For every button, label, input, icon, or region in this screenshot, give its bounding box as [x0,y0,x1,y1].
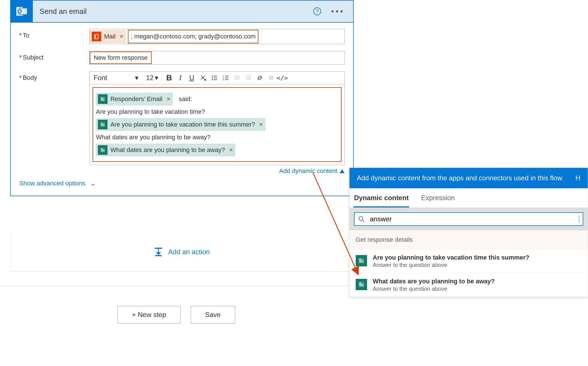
more-menu-icon[interactable]: ••• [331,7,345,16]
number-list-icon[interactable]: 123 [221,73,231,83]
tab-expression[interactable]: Expression [420,188,455,207]
forms-icon [98,120,108,129]
token-q2-remove[interactable]: ✕ [229,147,233,153]
token-q1-remove[interactable]: ✕ [259,121,263,128]
body-editor[interactable]: Responders' Email ✕ said: Are you planni… [89,84,345,165]
body-text-said: said: [179,95,192,103]
svg-point-9 [212,79,213,80]
italic-icon[interactable]: I [175,73,186,83]
dynamic-content-header: Add dynamic content from the apps and co… [349,168,588,188]
svg-rect-17 [235,76,240,76]
triangle-up-icon [340,169,345,173]
svg-rect-29 [101,123,103,124]
token-q1-label: Are you planning to take vacation time t… [110,121,255,128]
svg-rect-8 [214,78,217,78]
token-responders-remove[interactable]: ✕ [166,96,171,102]
send-email-card: Send an email ? ••• *To Mail ✕ [10,0,354,196]
svg-rect-34 [101,150,105,150]
underline-icon[interactable]: U [187,73,197,83]
token-q2-label: What dates are you planning to be away? [110,146,225,154]
token-q1[interactable]: Are you planning to take vacation time t… [96,118,265,131]
bottom-button-bar: + New step Save [0,286,353,324]
outlook-icon [11,0,33,22]
svg-rect-38 [155,255,162,256]
to-text: ; megan@contoso.com; grady@contoso.com [131,33,256,40]
forms-icon [98,145,108,155]
dynamic-content-header-text: Add dynamic content from the apps and co… [357,174,564,183]
svg-rect-18 [237,77,240,78]
dynamic-search[interactable] [354,212,583,226]
dynamic-item-subtitle: Answer to the question above [373,262,529,268]
body-text-line2: What dates are you planning to be away? [96,134,338,141]
size-dropdown[interactable]: 12▾ [145,73,159,82]
svg-rect-36 [155,248,162,249]
svg-point-7 [212,77,213,78]
add-action-icon [154,247,163,257]
card-body: *To Mail ✕ ; megan@contoso.com; grady@co… [11,23,353,196]
card-header: Send an email ? ••• [11,1,353,23]
card-title: Send an email [40,7,313,16]
add-action-label: Add an action [168,248,210,256]
code-view-icon[interactable]: </> [277,73,287,83]
body-label: *Body [19,71,89,175]
tab-dynamic-content[interactable]: Dynamic content [353,188,409,207]
bullet-list-icon[interactable] [209,73,220,83]
richtext-toolbar: Font▾ 12▾ B I U [89,71,345,84]
indent-icon[interactable] [243,73,254,83]
field-to: *To Mail ✕ ; megan@contoso.com; grady@co… [19,29,345,44]
dynamic-item[interactable]: What dates are you planning to be away? … [349,273,588,297]
svg-rect-35 [101,151,105,151]
svg-rect-16 [225,80,228,80]
body-text-line1: Are you planning to take vacation time? [96,108,338,115]
text-cursor [579,215,579,223]
font-dropdown[interactable]: Font▾ [92,73,140,82]
svg-point-5 [212,76,213,77]
show-advanced-options-link[interactable]: Show advanced options ⌄ [19,177,95,187]
add-action-button[interactable]: Add an action [11,232,353,272]
dynamic-item-subtitle: Answer to the question above [373,286,495,292]
svg-line-40 [362,220,364,222]
svg-rect-10 [214,80,217,80]
link-icon[interactable] [255,73,265,83]
dynamic-section-header: Get response details [349,230,588,249]
token-responders-label: Responders' Email [110,95,162,103]
svg-point-4 [204,79,206,81]
add-dynamic-content-link[interactable]: Add dynamic content [279,167,345,174]
dynamic-item-title: What dates are you planning to be away? [373,278,495,285]
subject-label: *Subject [19,51,89,65]
bold-icon[interactable]: B [164,73,174,83]
svg-rect-47 [359,284,363,285]
new-step-button[interactable]: + New step [117,306,181,324]
forms-icon [356,255,367,266]
forms-icon [98,94,108,104]
help-icon[interactable]: ? [313,7,321,15]
svg-rect-44 [359,262,363,262]
to-input[interactable]: Mail ✕ ; megan@contoso.com; grady@contos… [89,29,345,44]
svg-point-3 [19,10,21,13]
svg-rect-31 [101,125,105,126]
hide-link-partial[interactable]: H [576,174,580,183]
svg-rect-43 [359,260,363,261]
token-q2[interactable]: What dates are you planning to be away? … [96,144,235,156]
svg-rect-48 [359,286,363,286]
forms-icon [356,279,367,290]
field-subject: *Subject New form response [19,51,345,65]
token-mail[interactable]: Mail ✕ [90,30,126,43]
font-color-icon[interactable] [198,73,208,83]
subject-input[interactable]: New form response [89,51,345,65]
svg-rect-6 [214,76,217,76]
dynamic-item[interactable]: Are you planning to take vacation time t… [349,249,588,273]
field-body: *Body Font▾ 12▾ B I U [19,71,345,175]
save-button[interactable]: Save [191,306,235,324]
svg-rect-27 [101,100,105,100]
unlink-icon[interactable] [266,73,276,83]
svg-rect-12 [225,76,228,76]
svg-rect-21 [248,77,251,78]
svg-rect-20 [246,76,251,76]
svg-rect-25 [101,98,103,99]
dynamic-item-title: Are you planning to take vacation time t… [373,254,529,261]
token-responders-email[interactable]: Responders' Email ✕ [96,93,173,105]
dynamic-search-input[interactable] [370,215,580,223]
token-mail-remove[interactable]: ✕ [119,33,124,40]
outdent-icon[interactable] [232,73,242,83]
